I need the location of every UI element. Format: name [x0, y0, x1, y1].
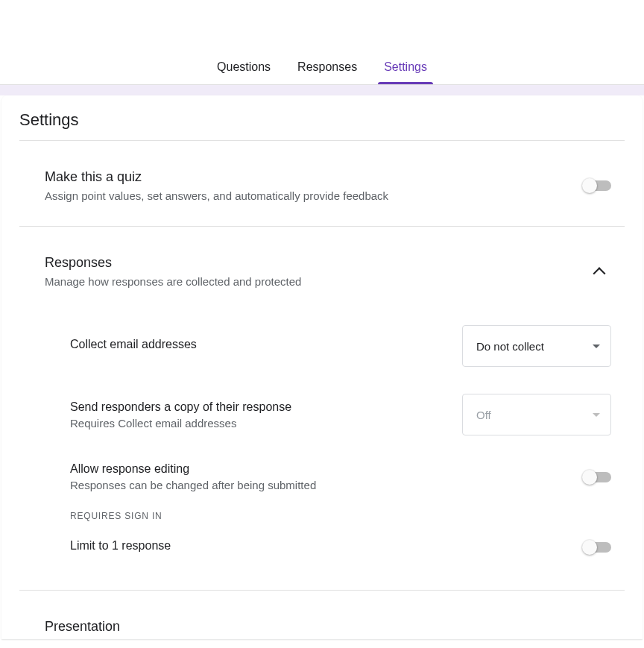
tabs-bar: Questions Responses Settings	[0, 0, 644, 85]
quiz-toggle[interactable]	[584, 180, 611, 191]
settings-card: Settings Make this a quiz Assign point v…	[1, 95, 643, 639]
collect-email-title: Collect email addresses	[70, 338, 462, 351]
allow-editing-title: Allow response editing	[70, 462, 584, 476]
quiz-title: Make this a quiz	[45, 169, 584, 185]
allow-editing-row: Allow response editing Responses can be …	[70, 449, 625, 505]
quiz-desc: Assign point values, set answers, and au…	[45, 189, 584, 202]
send-copy-dropdown: Off	[462, 394, 611, 435]
responses-desc: Manage how responses are collected and p…	[45, 275, 590, 288]
background-strip	[0, 85, 644, 95]
send-copy-value: Off	[476, 409, 491, 421]
responses-collapse-button[interactable]	[590, 262, 608, 280]
send-copy-row: Send responders a copy of their response…	[70, 380, 625, 449]
send-copy-desc: Requires Collect email addresses	[70, 417, 462, 430]
dropdown-arrow-icon	[593, 413, 600, 417]
tab-responses[interactable]: Responses	[284, 51, 370, 84]
collect-email-row: Collect email addresses Do not collect	[70, 312, 625, 380]
limit-one-title: Limit to 1 response	[70, 539, 584, 553]
tab-settings[interactable]: Settings	[370, 51, 441, 84]
section-presentation: Presentation	[19, 591, 625, 639]
limit-one-toggle[interactable]	[584, 542, 611, 553]
allow-editing-toggle[interactable]	[584, 472, 611, 482]
chevron-up-icon	[593, 267, 606, 280]
presentation-title: Presentation	[45, 619, 625, 635]
responses-title: Responses	[45, 255, 590, 271]
requires-signin-label: REQUIRES SIGN IN	[70, 511, 625, 521]
dropdown-arrow-icon	[593, 345, 600, 348]
section-quiz: Make this a quiz Assign point values, se…	[19, 141, 625, 227]
limit-one-row: Limit to 1 response	[70, 526, 625, 569]
collect-email-dropdown[interactable]: Do not collect	[462, 325, 611, 367]
toggle-knob	[582, 178, 597, 193]
toggle-knob	[582, 540, 597, 555]
allow-editing-desc: Responses can be changed after being sub…	[70, 479, 584, 491]
toggle-knob	[582, 470, 597, 485]
tab-questions[interactable]: Questions	[203, 51, 284, 84]
section-responses: Responses Manage how responses are colle…	[19, 227, 625, 591]
collect-email-value: Do not collect	[476, 340, 544, 353]
page-title: Settings	[19, 110, 625, 141]
send-copy-title: Send responders a copy of their response	[70, 400, 462, 414]
